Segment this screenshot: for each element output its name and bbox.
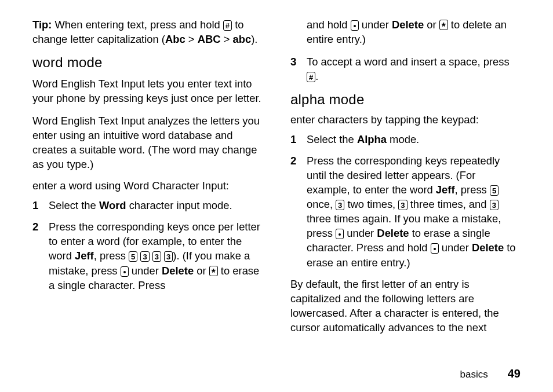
hash-key-icon: # — [307, 72, 315, 82]
key-3-icon: 3 — [336, 200, 344, 210]
word-mode-steps-cont: 3 To accept a word and insert a space, p… — [290, 54, 521, 83]
softkey-dot-icon — [351, 20, 359, 31]
caps-ABC: ABC — [198, 33, 221, 45]
page-footer: basics 49 — [32, 364, 521, 380]
step-text: Select the Word character input mode. — [49, 198, 263, 213]
manual-page: Tip: When entering text, press and hold … — [0, 0, 553, 392]
text: Select the — [49, 199, 99, 211]
text: , press — [94, 250, 129, 262]
word-mode-intro-2: Word English Text Input analyzes the let… — [32, 113, 263, 171]
caps-abc: Abc — [165, 33, 185, 45]
jeff-label: Jeff — [436, 184, 455, 196]
delete-label: Delete — [392, 19, 424, 31]
heading-word-mode: word mode — [32, 54, 263, 71]
delete-label: Delete — [162, 265, 194, 277]
softkey-dot-icon — [121, 266, 129, 277]
step-number: 2 — [32, 219, 49, 234]
caps-abc-lower: abc — [233, 33, 252, 45]
page-number: 49 — [508, 367, 521, 380]
delete-label: Delete — [377, 227, 409, 239]
text: Select the — [307, 133, 357, 145]
list-item: 2 Press the corresponding keys once per … — [32, 219, 263, 292]
text: or — [424, 19, 439, 31]
word-mode-intro-1: Word English Text Input lets you enter t… — [32, 76, 263, 105]
text: three times, and — [408, 198, 490, 210]
key-3-icon: 3 — [490, 200, 499, 210]
text: once, — [307, 198, 336, 210]
list-item: 3 To accept a word and insert a space, p… — [290, 54, 521, 83]
key-3-icon: 3 — [140, 251, 149, 262]
jeff-label: Jeff — [75, 250, 94, 262]
hash-key-icon: # — [223, 20, 232, 31]
softkey-dot-icon — [431, 243, 439, 254]
heading-alpha-mode: alpha mode — [290, 91, 521, 108]
text: ). — [251, 33, 257, 45]
key-3-icon: 3 — [398, 200, 407, 210]
text: and hold — [307, 19, 351, 31]
key-3-icon: 3 — [152, 251, 161, 262]
star-key-icon — [439, 20, 448, 30]
text: To accept a word and insert a space, pre… — [307, 56, 510, 68]
text: . — [315, 70, 318, 82]
text: under — [344, 227, 377, 239]
step-number: 3 — [290, 54, 307, 69]
step-text: Press the corresponding keys once per le… — [49, 219, 263, 292]
text: , press — [455, 184, 490, 196]
key-3-icon: 3 — [164, 251, 173, 262]
list-item: 1 Select the Alpha mode. — [290, 132, 521, 146]
text: under — [359, 19, 392, 31]
text: > — [221, 33, 233, 45]
alpha-label: Alpha — [357, 133, 387, 145]
step2-continuation: and hold under Delete or to delete an en… — [290, 17, 521, 46]
alpha-default-paragraph: By default, the first letter of an entry… — [290, 277, 521, 335]
footer-section-label: basics — [460, 369, 488, 380]
text: under — [129, 265, 162, 277]
step-number: 2 — [290, 153, 307, 168]
text: or — [194, 265, 209, 277]
text: character input mode. — [126, 199, 232, 211]
step-text: To accept a word and insert a space, pre… — [307, 54, 521, 83]
list-item: 1 Select the Word character input mode. — [32, 198, 263, 213]
text: mode. — [387, 133, 419, 145]
key-5-icon: 5 — [490, 185, 499, 196]
delete-label: Delete — [472, 241, 504, 254]
tip-paragraph: Tip: When entering text, press and hold … — [32, 17, 263, 46]
text: When entering text, press and hold — [52, 19, 223, 31]
word-mode-steps: 1 Select the Word character input mode. … — [32, 198, 263, 292]
text: under — [439, 241, 472, 254]
key-5-icon: 5 — [129, 251, 137, 262]
word-label: Word — [99, 199, 126, 211]
list-item: 2 Press the corresponding keys repeatedl… — [290, 153, 521, 269]
step-number: 1 — [290, 132, 307, 146]
text: two times, — [344, 198, 398, 210]
tip-label: Tip: — [32, 19, 52, 31]
two-column-layout: Tip: When entering text, press and hold … — [32, 17, 521, 364]
left-column: Tip: When entering text, press and hold … — [32, 17, 263, 364]
subheading-word-input: enter a word using Word Character Input: — [32, 179, 263, 192]
subheading-alpha: enter characters by tapping the keypad: — [290, 113, 521, 126]
right-column: and hold under Delete or to delete an en… — [290, 17, 521, 364]
step-text: Press the corresponding keys repeatedly … — [307, 153, 521, 269]
alpha-mode-steps: 1 Select the Alpha mode. 2 Press the cor… — [290, 132, 521, 269]
softkey-dot-icon — [336, 229, 344, 239]
step-number: 1 — [32, 198, 49, 213]
text: > — [185, 33, 198, 45]
step-text: Select the Alpha mode. — [307, 132, 521, 146]
star-key-icon — [209, 266, 218, 276]
